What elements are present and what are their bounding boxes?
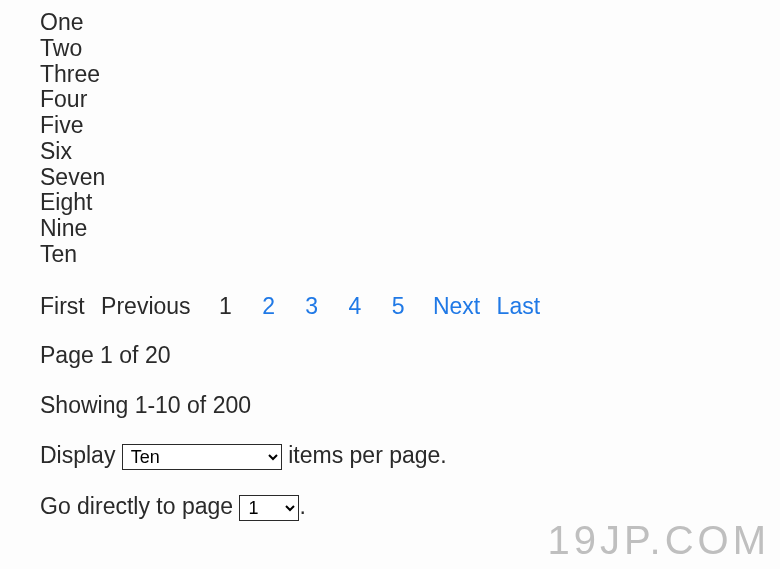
first-page-link: First xyxy=(40,294,85,320)
pagination-bar: First Previous 1 2 3 4 5 Next Last xyxy=(40,294,740,320)
page-number-4[interactable]: 4 xyxy=(349,294,362,320)
page-number-3[interactable]: 3 xyxy=(305,294,318,320)
page-status-prefix: Page xyxy=(40,342,100,368)
page-size-label-after: items per page. xyxy=(282,442,447,468)
page-status: Page 1 of 20 xyxy=(40,343,740,369)
page-number-2[interactable]: 2 xyxy=(262,294,275,320)
goto-page-control: Go directly to page 1 . xyxy=(40,494,740,521)
list-item: Ten xyxy=(40,242,740,268)
page-size-label-before: Display xyxy=(40,442,122,468)
last-page-link[interactable]: Last xyxy=(497,294,540,320)
item-status-of: of xyxy=(181,392,213,418)
page-number-5[interactable]: 5 xyxy=(392,294,405,320)
page-number-1: 1 xyxy=(219,294,232,320)
list-item: Seven xyxy=(40,165,740,191)
list-item: Two xyxy=(40,36,740,62)
goto-label-before: Go directly to page xyxy=(40,493,239,519)
list-item: Nine xyxy=(40,216,740,242)
list-item: Six xyxy=(40,139,740,165)
page-status-total: 20 xyxy=(145,342,171,368)
page-status-current: 1 xyxy=(100,342,113,368)
page-size-control: Display Ten items per page. xyxy=(40,443,740,470)
goto-label-after: . xyxy=(299,493,305,519)
item-status-prefix: Showing xyxy=(40,392,135,418)
next-page-link[interactable]: Next xyxy=(433,294,480,320)
list-item: Five xyxy=(40,113,740,139)
previous-page-link: Previous xyxy=(101,294,190,320)
list-item: Four xyxy=(40,87,740,113)
item-list: One Two Three Four Five Six Seven Eight … xyxy=(40,10,740,268)
item-status-range: 1-10 xyxy=(135,392,181,418)
list-item: Eight xyxy=(40,190,740,216)
item-status-total: 200 xyxy=(213,392,251,418)
list-item: Three xyxy=(40,62,740,88)
page-size-select[interactable]: Ten xyxy=(122,444,282,470)
goto-page-select[interactable]: 1 xyxy=(239,495,299,521)
item-status: Showing 1-10 of 200 xyxy=(40,393,740,419)
page-status-of: of xyxy=(113,342,145,368)
list-item: One xyxy=(40,10,740,36)
